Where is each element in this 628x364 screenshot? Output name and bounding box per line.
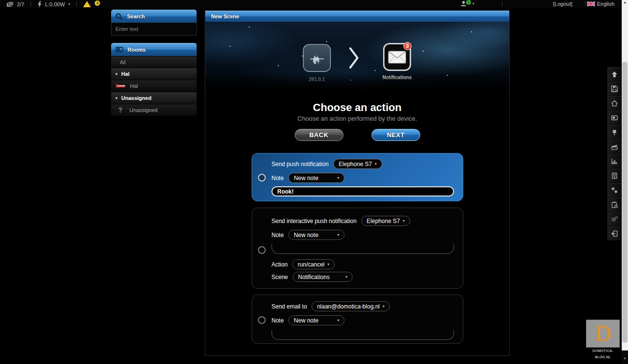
save-button[interactable] [607, 82, 621, 96]
starfield [205, 22, 206, 23]
plugins-button[interactable] [607, 183, 621, 197]
action-card-push[interactable]: Send push notification Elephone S7 ▾ Not… [252, 153, 463, 201]
chevron-down-icon: ▾ [115, 96, 117, 100]
scrollbar-down-icon[interactable]: ▼ [622, 357, 628, 360]
action-radio[interactable] [258, 174, 266, 182]
action-type-select[interactable]: run/cancel ▾ [292, 259, 334, 269]
room-item-hal[interactable]: Hal [111, 80, 197, 92]
building-icon [611, 172, 618, 180]
divider [76, 1, 77, 7]
uk-flag-icon [587, 1, 595, 6]
chevron-down-icon: ▾ [472, 2, 474, 6]
room-group-unassigned[interactable]: ▾ Unassigned [111, 92, 197, 104]
user-menu[interactable]: 1 ▾ [460, 0, 474, 7]
logout-link[interactable]: [Logout] [553, 1, 572, 7]
arrow-right-icon [349, 47, 359, 69]
warning-exclamation: ! [89, 2, 91, 7]
action-title: Send email to [271, 303, 307, 310]
side-toolbar [607, 67, 621, 241]
next-button[interactable]: NEXT [371, 129, 420, 141]
source-device[interactable]: 261.0.1 [300, 44, 334, 82]
action-title: Send push notification [271, 161, 328, 168]
note-select[interactable]: New note ▾ [288, 230, 344, 240]
message-input[interactable] [271, 330, 454, 340]
email-select[interactable]: nlaan@domotica-blog.nl ▾ [312, 301, 390, 311]
note-label: Note [271, 175, 284, 182]
watermark: D DOMOTICA-BLOG.NL [586, 320, 620, 354]
rooms-panel: Rooms All ▾ Hal Hal ▾ Unassigned ? Unass… [111, 43, 197, 116]
rooms-header[interactable]: Rooms [111, 43, 197, 56]
action-card-interactive-push[interactable]: Send interactive push notification Eleph… [252, 208, 463, 289]
device-select[interactable]: Elephone S7 ▾ [333, 159, 382, 169]
language-selector[interactable]: English [597, 1, 614, 7]
page-title: Choose an action [205, 101, 509, 114]
arrow-up-icon [611, 70, 618, 78]
scenes-button[interactable] [607, 140, 621, 154]
watermark-letter: D [595, 322, 611, 345]
back-button[interactable]: BACK [295, 129, 343, 141]
search-icon [115, 13, 123, 20]
chart-icon [611, 157, 618, 165]
events-button[interactable] [607, 197, 621, 212]
status-button[interactable] [607, 125, 621, 140]
message-input[interactable] [271, 244, 454, 254]
chevron-down-icon: ▾ [337, 176, 339, 180]
save-icon [611, 85, 618, 93]
scenes-stack-icon [7, 1, 14, 7]
chevron-down-icon: ▾ [337, 233, 339, 237]
action-card-email[interactable]: Send email to nlaan@domotica-blog.nl ▾ N… [252, 294, 463, 344]
chevron-down-icon: ▾ [115, 72, 117, 76]
bed-icon [115, 83, 126, 89]
note-select[interactable]: New note ▾ [288, 315, 344, 325]
charts-button[interactable] [607, 154, 621, 168]
device-select[interactable]: Elephone S7 ▾ [361, 216, 410, 226]
warnings-button[interactable]: ! 3 [83, 1, 91, 7]
action-radio[interactable] [258, 246, 266, 254]
scene-banner: 261.0.1 3 Notifications [205, 22, 509, 90]
scene-select[interactable]: Notifications ▾ [293, 272, 353, 282]
warning-badge: 3 [95, 0, 100, 6]
scroll-up-button[interactable] [607, 67, 621, 82]
scrollbar-thumb[interactable] [622, 62, 628, 343]
room-filter-all[interactable]: All [111, 56, 197, 68]
logout-button[interactable] [607, 226, 621, 241]
exit-door-icon [611, 230, 618, 238]
divider [502, 1, 502, 6]
chevron-down-icon: ▾ [375, 162, 377, 166]
page-subtitle: Choose an action performed by the device… [205, 115, 509, 122]
target-app[interactable]: 3 Notifications [380, 43, 414, 80]
user-icon [460, 0, 467, 7]
watermark-label: DOMOTICA-BLOG.NL [586, 348, 620, 354]
scene-counter: 2/7 [17, 1, 24, 7]
rooms-icon [115, 47, 123, 53]
room-item-unassigned[interactable]: ? Unassigned [111, 104, 197, 116]
window-title: New Scene [211, 14, 239, 19]
settings-button[interactable] [607, 212, 621, 226]
message-input[interactable] [271, 186, 454, 196]
chevron-down-icon: ▾ [383, 304, 385, 308]
device-label: 261.0.1 [300, 77, 334, 82]
chevron-down-icon: ▾ [337, 318, 339, 322]
power-bolt-icon [37, 1, 42, 8]
new-scene-window: New Scene 261.0.1 3 Notifications Choose [205, 11, 510, 356]
search-header[interactable]: Search [111, 10, 197, 23]
scrollbar-up-icon[interactable]: ▲ [622, 0, 628, 4]
rooms-button[interactable] [607, 111, 621, 125]
action-radio[interactable] [258, 316, 266, 324]
rooms-icon [611, 114, 618, 122]
target-label: Notifications [380, 75, 414, 80]
home-button[interactable] [607, 96, 621, 111]
devices-button[interactable] [607, 168, 621, 183]
watermark-logo: D [586, 320, 620, 348]
wizard-buttons: BACK NEXT [205, 129, 509, 141]
rooms-title: Rooms [128, 47, 145, 53]
user-badge: 1 [466, 0, 471, 5]
chevron-down-icon[interactable]: ▾ [68, 2, 70, 6]
note-select[interactable]: New note ▾ [288, 173, 344, 183]
room-group-hal[interactable]: ▾ Hal [111, 68, 197, 80]
clipboard-clock-icon [611, 201, 618, 209]
chevron-down-icon: ▾ [403, 219, 405, 223]
page-scrollbar[interactable]: ▲ ▼ [622, 0, 628, 364]
search-input[interactable] [111, 23, 197, 36]
action-label: Action [271, 261, 287, 268]
